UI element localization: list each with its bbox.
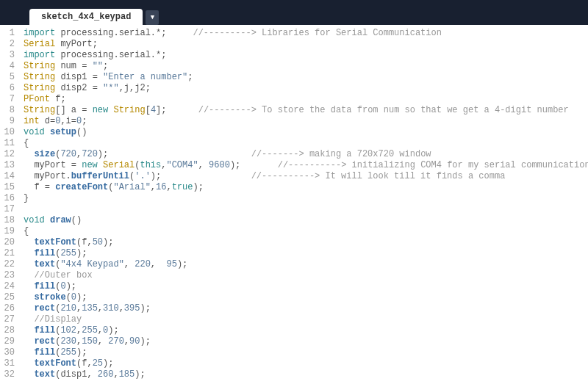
token-op: ); [140,303,150,314]
token-num: 395 [124,303,140,314]
token-fn: fill [34,248,55,258]
token-kw: import [24,28,55,38]
token-op [24,358,34,369]
token-fn: text [34,259,55,269]
code-line[interactable] [24,204,588,215]
token-op: , [198,160,209,170]
token-op [45,215,50,225]
token-op: ); [230,160,278,170]
code-line[interactable]: fill(255); [24,248,588,259]
token-op [24,248,34,258]
code-line[interactable]: myPort = new Serial(this,"COM4", 9600); … [24,160,588,171]
code-area[interactable]: import processing.serial.*; //--------->… [21,25,588,384]
token-op: ; [187,72,193,82]
code-line[interactable]: size(720,720); //-------> making a 720x7… [24,149,588,160]
token-type: String [113,105,145,115]
code-line[interactable]: text(disp1, 260,185); [24,369,588,380]
token-op: ( [66,292,71,303]
token-num: 90 [129,336,140,347]
token-op: , [151,259,167,269]
token-op [98,160,103,170]
token-bool: true [172,182,193,192]
line-number: 21 [3,248,15,259]
token-op: disp1 = [55,72,103,82]
code-line[interactable]: int d=0,i=0; [24,116,588,127]
code-line[interactable]: fill(0); [24,281,588,292]
token-op: ,j,j2; [119,83,151,93]
code-line[interactable]: String[] a = new String[4]; //--------> … [24,105,588,116]
token-op: myPort = [24,160,82,170]
code-line[interactable]: { [24,226,588,237]
token-op: processing.serial.*; [55,28,193,38]
line-number: 13 [3,160,15,171]
token-kw: new [82,160,98,170]
token-op: processing.serial.*; [55,50,166,60]
code-line[interactable]: fill(255); [24,347,588,358]
tab-dropdown-button[interactable]: ▼ [146,10,159,25]
code-line[interactable]: void draw() [24,215,588,226]
code-line[interactable]: //Outer box [24,270,588,281]
token-num: 255 [60,248,76,258]
code-line[interactable]: String disp2 = "*",j,j2; [24,83,588,94]
code-line[interactable]: String disp1 = "Enter a number"; [24,72,588,83]
code-line[interactable]: f = createFont("Arial",16,true); [24,182,588,193]
token-op [24,292,34,303]
line-number: 29 [3,336,15,347]
line-number: 5 [3,72,15,83]
token-fn: textFont [34,237,76,247]
line-number: 30 [3,347,15,358]
line-number-gutter: 1234567891011121314151617181920212223242… [0,25,21,384]
token-str: "COM4" [166,160,198,170]
code-line[interactable]: myPort.bufferUntil('.'); //----------> I… [24,171,588,182]
token-op: ); [76,347,87,358]
token-kw: new [93,105,109,115]
line-number: 12 [3,149,15,160]
line-number: 7 [3,94,15,105]
token-num: 210 [60,303,76,314]
token-op [24,347,34,358]
token-op: ); [98,149,251,159]
token-op: { [24,226,29,236]
line-number: 14 [3,171,15,182]
token-op: , [98,303,103,314]
code-line[interactable]: import processing.serial.*; [24,50,588,61]
token-op: , [98,336,108,347]
code-line[interactable]: import processing.serial.*; //--------->… [24,28,588,39]
code-line[interactable]: textFont(f,25); [24,358,588,369]
token-op: ); [76,248,87,258]
token-op [24,237,34,247]
line-number: 26 [3,303,15,314]
code-line[interactable]: text("4x4 Keypad", 220, 95); [24,259,588,270]
code-line[interactable]: //Display [24,314,588,325]
code-editor[interactable]: 1234567891011121314151617181920212223242… [0,25,588,384]
line-number: 15 [3,182,15,193]
code-line[interactable]: { [24,138,588,149]
token-op [24,270,34,280]
code-line[interactable]: rect(210,135,310,395); [24,303,588,314]
sketch-tab[interactable]: sketch_4x4_keypad [29,9,143,25]
token-fn: fill [34,281,55,291]
token-op: [] a = [55,105,92,115]
token-op: , [151,182,156,192]
token-num: 185 [119,369,135,380]
code-line[interactable]: textFont(f,50); [24,237,588,248]
token-fn: rect [34,303,55,314]
token-op [45,127,50,137]
code-line[interactable]: stroke(0); [24,292,588,303]
token-op: ); [103,237,113,247]
token-fn: createFont [55,182,108,192]
token-fn: bufferUntil [71,171,129,181]
code-line[interactable]: Serial myPort; [24,39,588,50]
token-type: String [24,72,55,82]
code-line[interactable]: void setup() [24,127,588,138]
code-line[interactable]: rect(230,150, 270,90); [24,336,588,347]
code-line[interactable]: } [24,193,588,204]
token-str: '.' [135,171,151,181]
code-line[interactable]: PFont f; [24,94,588,105]
code-line[interactable]: fill(102,255,0); [24,325,588,336]
token-op [24,325,34,336]
token-com: //---------> Libraries for Serial Commun… [193,28,441,38]
code-line[interactable]: String num = ""; [24,61,588,72]
line-number: 2 [3,39,15,50]
token-op: (f, [76,237,93,247]
